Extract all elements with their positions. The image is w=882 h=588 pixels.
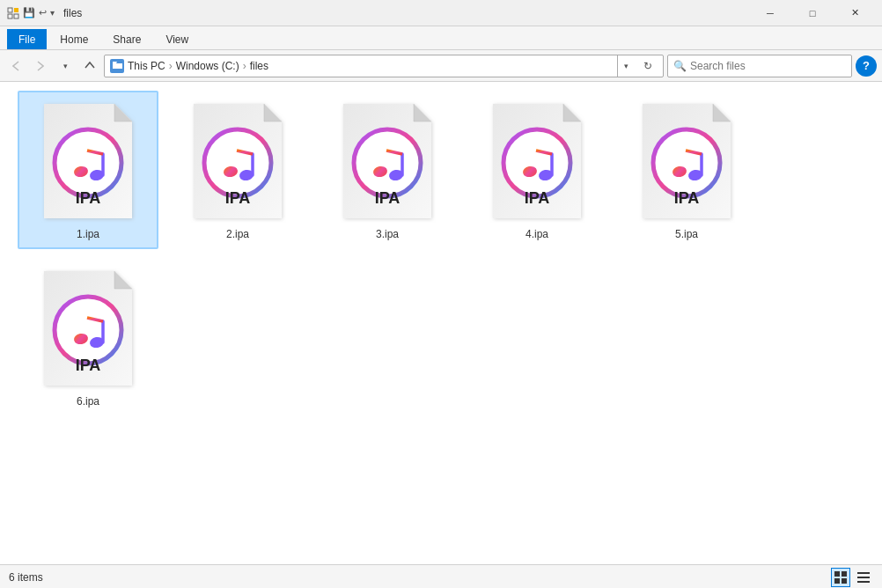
file-item-3[interactable]: IPA 3.ipa [317, 91, 458, 249]
maximize-button[interactable]: □ [792, 0, 833, 26]
ribbon-tabs: File Home Share View [0, 26, 882, 49]
address-bar[interactable]: This PC › Windows (C:) › files ▾ ↻ [104, 55, 664, 77]
ipa-file-icon: IPA [484, 99, 590, 223]
file-name: 4.ipa [526, 228, 548, 240]
tab-file[interactable]: File [7, 29, 47, 49]
svg-rect-69 [857, 577, 870, 578]
tab-home[interactable]: Home [48, 29, 99, 49]
tab-view[interactable]: View [154, 29, 200, 49]
item-count: 6 items [9, 571, 43, 584]
file-name: 2.ipa [226, 228, 249, 240]
file-icon-wrap: IPA [330, 97, 445, 224]
undo-icon[interactable]: ↩ [39, 7, 47, 18]
svg-rect-67 [842, 578, 847, 584]
svg-rect-64 [834, 571, 840, 577]
svg-rect-66 [834, 578, 840, 584]
svg-rect-1 [14, 8, 18, 12]
file-name: 3.ipa [376, 228, 399, 240]
svg-rect-2 [8, 14, 12, 18]
close-button[interactable]: ✕ [834, 0, 875, 26]
title-bar-title: files [63, 7, 82, 19]
sep1: › [169, 60, 173, 72]
svg-text:IPA: IPA [375, 189, 401, 207]
window-controls: ─ □ ✕ [750, 0, 875, 26]
search-input[interactable] [690, 60, 846, 72]
svg-text:IPA: IPA [76, 356, 101, 374]
details-view[interactable] [854, 568, 873, 587]
file-icon-wrap: IPA [31, 264, 145, 392]
breadcrumb-thispc[interactable]: This PC [128, 60, 165, 72]
file-grid: IPA 1.ipa [0, 82, 882, 564]
file-item-2[interactable]: IPA 2.ipa [167, 91, 308, 249]
svg-rect-0 [8, 8, 12, 12]
search-icon: 🔍 [673, 60, 687, 72]
svg-rect-3 [14, 14, 18, 18]
minimize-button[interactable]: ─ [750, 0, 790, 26]
breadcrumb-drive[interactable]: Windows (C:) [176, 60, 239, 72]
tab-share[interactable]: Share [101, 29, 152, 49]
large-icons-view[interactable] [831, 568, 850, 587]
title-bar-left: 💾 ↩ ▾ files [7, 7, 82, 19]
file-item-4[interactable]: IPA 4.ipa [467, 91, 607, 249]
svg-text:IPA: IPA [525, 189, 550, 207]
address-dropdown[interactable]: ▾ [617, 55, 635, 77]
ipa-file-icon: IPA [334, 99, 440, 223]
ribbon: File Home Share View [0, 26, 882, 50]
file-name: 5.ipa [675, 228, 698, 240]
ipa-file-icon: IPA [35, 99, 141, 223]
svg-text:IPA: IPA [225, 189, 251, 207]
search-box[interactable]: 🔍 [667, 55, 852, 77]
breadcrumb-folder[interactable]: files [250, 60, 268, 72]
file-name: 6.ipa [77, 395, 99, 408]
refresh-button[interactable]: ↻ [638, 56, 658, 76]
dropdown-button[interactable]: ▾ [55, 55, 76, 77]
file-icon-wrap: IPA [480, 97, 594, 224]
file-name: 1.ipa [77, 228, 99, 240]
help-button[interactable]: ? [856, 55, 877, 77]
back-button[interactable] [5, 55, 26, 77]
nav-bar: ▾ This PC › Windows (C:) › files ▾ ↻ 🔍 ? [0, 50, 882, 82]
save-icon[interactable]: 💾 [23, 7, 35, 18]
file-icon-wrap: IPA [180, 97, 295, 224]
file-item-6[interactable]: IPA 6.ipa [18, 258, 158, 416]
ipa-file-icon: IPA [35, 267, 141, 390]
main-content: IPA 1.ipa [0, 82, 882, 564]
svg-rect-68 [857, 572, 870, 574]
ipa-file-icon: IPA [185, 99, 290, 223]
window-icon [7, 7, 19, 19]
svg-text:IPA: IPA [674, 189, 700, 207]
folder-icon [110, 59, 124, 73]
file-item-1[interactable]: IPA 1.ipa [18, 91, 158, 249]
sep2: › [243, 60, 246, 72]
title-bar: 💾 ↩ ▾ files ─ □ ✕ [0, 0, 882, 26]
status-bar: 6 items [0, 564, 882, 588]
forward-button[interactable] [30, 55, 51, 77]
ipa-file-icon: IPA [634, 99, 739, 223]
view-toggle [831, 568, 873, 587]
file-item-5[interactable]: IPA 5.ipa [616, 91, 757, 249]
svg-rect-70 [857, 581, 870, 583]
up-button[interactable] [79, 55, 100, 77]
svg-text:IPA: IPA [76, 189, 101, 207]
svg-rect-65 [842, 571, 847, 577]
quick-access-dropdown[interactable]: ▾ [50, 8, 55, 18]
file-icon-wrap: IPA [31, 97, 145, 224]
breadcrumb: This PC › Windows (C:) › files [128, 60, 268, 72]
file-icon-wrap: IPA [629, 97, 744, 224]
